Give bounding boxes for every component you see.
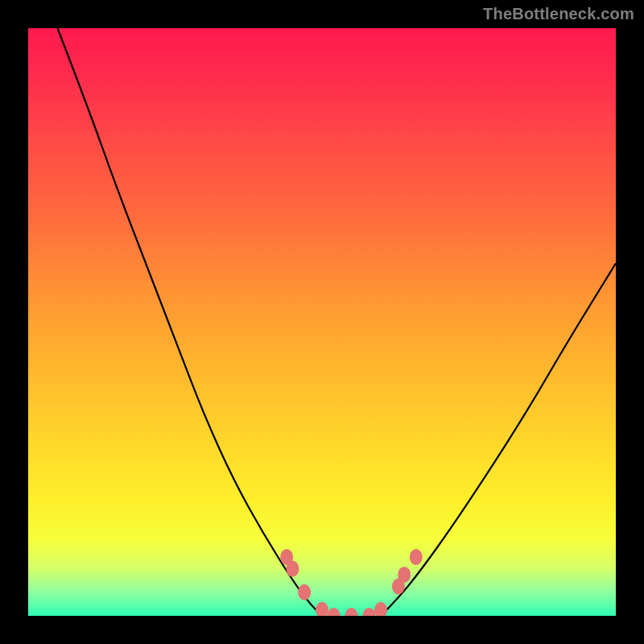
trough-marker bbox=[328, 608, 341, 616]
trough-marker bbox=[316, 602, 328, 616]
chart-frame: TheBottleneck.com bbox=[0, 0, 644, 644]
curve-left bbox=[58, 28, 323, 616]
trough-markers bbox=[280, 549, 423, 616]
watermark-text: TheBottleneck.com bbox=[483, 5, 634, 23]
plot-area bbox=[28, 28, 616, 616]
trough-marker bbox=[398, 567, 411, 583]
trough-marker bbox=[298, 584, 311, 601]
trough-marker bbox=[362, 608, 375, 616]
trough-marker bbox=[374, 602, 387, 616]
trough-marker bbox=[345, 608, 358, 616]
trough-marker bbox=[287, 561, 299, 577]
trough-marker bbox=[410, 549, 423, 565]
chart-svg bbox=[28, 28, 616, 616]
